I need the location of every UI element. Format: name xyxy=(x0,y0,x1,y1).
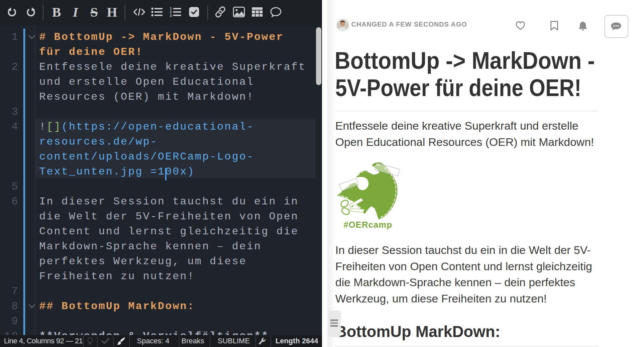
svg-text:2: 2 xyxy=(170,10,172,14)
svg-text:1: 1 xyxy=(170,7,172,10)
svg-text:#OERcamp: #OERcamp xyxy=(344,220,392,230)
svg-text:3: 3 xyxy=(170,14,172,18)
